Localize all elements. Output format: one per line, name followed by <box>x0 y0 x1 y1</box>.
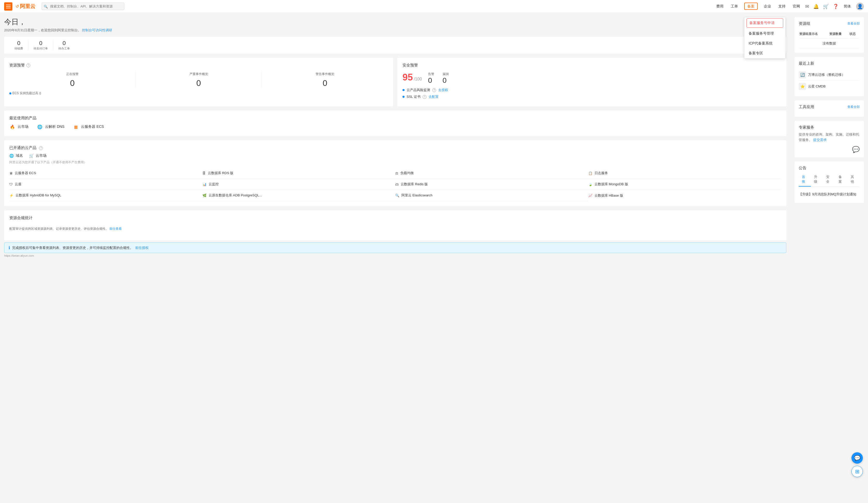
grid-item-0[interactable]: 🖥云服务器 ECS <box>9 168 203 179</box>
grid-item-3[interactable]: 📋日志服务 <box>588 168 782 179</box>
nav-fee[interactable]: 费用 <box>715 4 725 9</box>
sec-help-0[interactable]: ? <box>432 88 436 92</box>
nav-beian[interactable]: 备案 <box>744 3 758 10</box>
nav-ticket[interactable]: 工单 <box>730 4 739 9</box>
tab-upgrade[interactable]: 升级 <box>811 173 823 187</box>
grid-item-2[interactable]: ⚖负载均衡 <box>395 168 588 179</box>
recent-product-1[interactable]: 🌐 云解析 DNS <box>37 124 64 130</box>
grid-item-11[interactable]: 📈云数据库 HBase 版 <box>588 190 782 201</box>
recent-new-0[interactable]: 🔄 万博云迁移（整机迁移） <box>799 69 860 81</box>
grid-item-6[interactable]: 🗃云数据库 Redis 版 <box>395 179 588 190</box>
sec-label-0: 云产品风险监测 <box>406 88 430 92</box>
help-icon[interactable]: ❓ <box>833 4 838 9</box>
nav-support[interactable]: 支持 <box>777 4 787 9</box>
security-item-0: 云产品风险监测 ? 去授权 <box>402 88 781 92</box>
nav-official[interactable]: 官网 <box>792 4 801 9</box>
sec-action-1[interactable]: 去配置 <box>428 94 439 99</box>
nav-lang[interactable]: 简体 <box>843 4 852 9</box>
expert-chat-icon-wrapper: 💬 <box>799 146 860 153</box>
nav-beian-wrapper: 备案 备案服务号申请 备案服务号管理 ICP代备案系统 备案专区 <box>744 4 758 9</box>
sec-action-0[interactable]: 去授权 <box>438 88 448 92</box>
tab-beian[interactable]: 备案 <box>835 173 848 187</box>
dropdown-item-2[interactable]: ICP代备案系统 <box>744 39 785 48</box>
greeting-link[interactable]: 控制台可访问性调研 <box>82 28 112 32</box>
gi-icon-10: 🔍 <box>395 193 399 198</box>
recent-new-label-1: 云星 CMDB <box>808 84 826 89</box>
announce-item-0[interactable]: 【升级】9月消息队列MQ升级计划通知 <box>799 190 860 199</box>
tools-header: 工具应用 查看全部 <box>799 104 860 109</box>
sec-help-1[interactable]: ? <box>423 95 426 99</box>
gi-label-4: 云盾 <box>15 182 21 187</box>
gi-label-3: 日志服务 <box>595 171 608 175</box>
tab-other[interactable]: 其他 <box>848 173 860 187</box>
no-data-cell: 没有数据 <box>799 39 859 48</box>
tools-view-all[interactable]: 查看全部 <box>847 105 860 109</box>
logo-text: 阿里云 <box>20 3 35 10</box>
grid-item-1[interactable]: 🗄云数据库 RDS 版 <box>203 168 395 179</box>
greeting-title: 今日， <box>4 17 786 27</box>
logo[interactable]: ↺ 阿里云 <box>16 3 35 10</box>
security-vuln-value: 0 <box>443 76 449 84</box>
bell-icon[interactable]: 🔔 <box>813 4 819 9</box>
float-chat-button[interactable]: 💬 <box>851 452 863 464</box>
recent-product-2[interactable]: ▦ 云服务器 ECS <box>73 124 104 130</box>
gi-label-1: 云数据库 RDS 版 <box>208 171 234 175</box>
greeting-sub: 2020年8月31日星期一，欢迎您回到阿里云控制台。 控制台可访问性调研 <box>4 28 786 33</box>
recent-new-card: 最近上新 🔄 万博云迁移（整机迁移） ⭐ 云星 CMDB <box>795 57 864 96</box>
alert-label-2: 警告事件概览 <box>267 72 383 76</box>
resource-groups-view-all[interactable]: 查看全部 <box>847 21 860 26</box>
alert-value-0: 0 <box>14 78 130 88</box>
opened-top-label-1: 云市场 <box>36 153 46 158</box>
announce-label-0: 【升级】9月消息队列MQ升级计划通知 <box>799 192 856 196</box>
compliance-link[interactable]: 前往查看 <box>109 227 122 231</box>
gi-label-5: 云监控 <box>209 182 219 187</box>
recent-product-label-2: 云服务器 ECS <box>81 124 104 129</box>
grid-item-10[interactable]: 🔍阿里云 Elasticsearch <box>395 190 588 201</box>
message-icon[interactable]: ✉ <box>805 4 809 9</box>
opened-top-0[interactable]: 🌐 域名 <box>9 153 23 158</box>
main-layout: 今日， 2020年8月31日星期一，欢迎您回到阿里云控制台。 控制台可访问性调研… <box>0 13 868 503</box>
compliance-header: 资源合规统计 <box>9 215 781 223</box>
dropdown-item-0[interactable]: 备案服务号申请 <box>746 18 783 28</box>
tools-title: 工具应用 <box>799 104 814 109</box>
grid-item-5[interactable]: 📊云监控 <box>203 179 395 190</box>
dropdown-item-1[interactable]: 备案服务号管理 <box>744 29 785 39</box>
tab-security[interactable]: 安全 <box>823 173 835 187</box>
resource-help-icon[interactable]: ? <box>27 63 30 67</box>
cart-icon[interactable]: 🛒 <box>823 4 829 9</box>
alert-value-1: 0 <box>141 78 257 88</box>
sec-dot-0 <box>402 89 404 91</box>
pending-items: 0 待续费 0 待支付订单 0 待办工单 <box>9 40 762 50</box>
gi-icon-8: ⚡ <box>9 193 13 198</box>
dropdown-item-3[interactable]: 备案专区 <box>744 48 785 58</box>
recent-new-1[interactable]: ⭐ 云星 CMDB <box>799 81 860 92</box>
search-input[interactable] <box>42 3 124 10</box>
user-avatar[interactable]: 👤 <box>856 3 864 10</box>
opened-top-1[interactable]: 🛒 云市场 <box>29 153 46 158</box>
recent-product-icon-1: 🌐 <box>37 124 43 130</box>
recent-product-0[interactable]: 🔥 云市场 <box>9 124 29 130</box>
expert-link[interactable]: 提交需求 <box>813 138 827 142</box>
notice-link[interactable]: 前往授权 <box>135 245 149 250</box>
gi-label-8: 云数据库 HybridDB for MySQL <box>16 193 61 198</box>
header-icons: ✉ 🔔 🛒 ❓ 简体 👤 <box>805 3 864 10</box>
resource-alert-card: 资源预警 ? 正在报警 0 严重事件概览 0 警告事件概览 0 <box>4 58 393 106</box>
grid-item-4[interactable]: 🛡云盾 <box>9 179 203 190</box>
opened-products-card: 已开通的云产品 ? 🌐 域名 🛒 云市场 阿里云还为您开通了以下产品（开通不使用… <box>4 140 786 206</box>
announcement-card: 公告 首推 升级 安全 备案 其他 【升级】9月消息队列MQ升级计划通知 <box>795 161 864 203</box>
nav-enterprise[interactable]: 企业 <box>763 4 772 9</box>
grid-item-8[interactable]: ⚡云数据库 HybridDB for MySQL <box>9 190 203 201</box>
security-alert-value: 0 <box>428 76 434 84</box>
chat-icon[interactable]: 💬 <box>852 146 860 153</box>
gi-icon-7: 🍃 <box>588 182 592 186</box>
opened-help-icon[interactable]: ? <box>39 146 43 150</box>
pending-fee-count: 0 <box>17 40 20 47</box>
resource-groups-card: 资源组 查看全部 资源组显示名 资源数量 状态 没有数据 <box>795 17 864 53</box>
hamburger-menu[interactable] <box>4 2 12 11</box>
grid-item-9[interactable]: 🌿云原生数据仓库 ADB PostgreSQL... <box>203 190 395 201</box>
table-col-status: 状态 <box>849 30 859 39</box>
tab-top[interactable]: 首推 <box>799 173 811 187</box>
float-grid-button[interactable]: ⊞ <box>851 466 863 477</box>
gi-icon-0: 🖥 <box>9 171 13 175</box>
grid-item-7[interactable]: 🍃云数据库 MongoDB 版 <box>588 179 782 190</box>
